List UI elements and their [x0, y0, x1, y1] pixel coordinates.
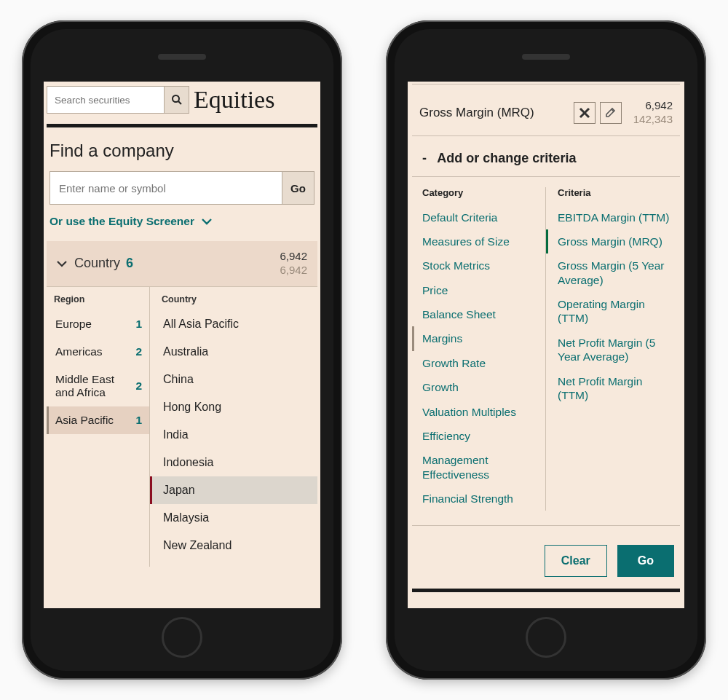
region-country-columns: Region Europe1Americas2Middle East and A… [47, 286, 317, 567]
phone-right: Gross Margin (MRQ) 6,942 142,343 [386, 20, 706, 680]
page-title: Equities [194, 86, 274, 114]
country-item[interactable]: Hong Kong [162, 393, 317, 421]
screen-left: Equities Find a company Go Or use the Eq… [44, 82, 320, 608]
category-item[interactable]: Default Criteria [422, 205, 538, 229]
country-item[interactable]: All Asia Pacific [162, 310, 317, 338]
chevron-down-icon [202, 218, 212, 225]
country-result-counts: 6,942 6,942 [280, 250, 307, 278]
country-item[interactable]: Indonesia [162, 449, 317, 476]
category-item[interactable]: Price [422, 278, 538, 302]
criteria-item[interactable]: Gross Margin (5 Year Average) [558, 253, 673, 292]
close-icon [579, 107, 590, 119]
phone-body: Gross Margin (MRQ) 6,942 142,343 [395, 29, 697, 671]
criteria-column: Criteria EBITDA Margin (TTM)Gross Margin… [546, 187, 673, 511]
category-item[interactable]: Efficiency [422, 424, 538, 448]
chevron-down-icon [57, 260, 67, 267]
region-label: Europe [55, 318, 92, 331]
category-item[interactable]: Financial Strength [422, 487, 538, 511]
category-item[interactable]: Valuation Multiples [422, 400, 538, 424]
topbar: Equities [44, 82, 320, 118]
clear-button[interactable]: Clear [545, 545, 607, 577]
region-count: 2 [135, 380, 142, 393]
go-button[interactable]: Go [617, 545, 674, 577]
category-item[interactable]: Growth Rate [422, 351, 538, 375]
equity-screener-link[interactable]: Or use the Equity Screener [44, 205, 320, 241]
country-label: Country [74, 256, 120, 271]
name-symbol-row: Go [50, 171, 314, 205]
criterion-counts: 6,942 142,343 [633, 99, 673, 127]
criteria-column-header: Criteria [558, 187, 673, 198]
criteria-item[interactable]: EBITDA Margin (TTM) [558, 205, 673, 229]
criterion-row: Gross Margin (MRQ) 6,942 142,343 [412, 84, 680, 136]
svg-line-1 [178, 101, 181, 104]
region-item[interactable]: Europe1 [54, 310, 149, 338]
screen-right: Gross Margin (MRQ) 6,942 142,343 [408, 82, 684, 608]
divider [412, 589, 680, 592]
country-item[interactable]: Malaysia [162, 504, 317, 532]
country-column: Country All Asia PacificAustraliaChinaHo… [150, 287, 317, 567]
category-criteria-columns: Category Default CriteriaMeasures of Siz… [412, 177, 680, 527]
criterion-name: Gross Margin (MRQ) [419, 106, 574, 120]
phone-speaker [158, 54, 206, 60]
search-button[interactable] [164, 87, 189, 113]
category-item[interactable]: Balance Sheet [422, 302, 538, 326]
remove-criterion-button[interactable] [574, 102, 596, 124]
region-label: Americas [55, 345, 103, 358]
country-item[interactable]: Japan [150, 476, 317, 504]
edit-criterion-button[interactable] [600, 102, 622, 124]
go-button-small[interactable]: Go [282, 172, 314, 204]
country-column-header: Country [162, 294, 317, 304]
country-count-badge: 6 [126, 256, 133, 271]
phone-left: Equities Find a company Go Or use the Eq… [22, 20, 342, 680]
region-column: Region Europe1Americas2Middle East and A… [47, 287, 150, 567]
count-primary: 6,942 [633, 99, 673, 113]
country-item[interactable]: New Zealand [162, 532, 317, 559]
region-item[interactable]: Asia Pacific1 [47, 406, 149, 434]
region-count: 1 [135, 318, 142, 331]
region-column-header: Region [54, 294, 149, 304]
pencil-icon [605, 107, 616, 118]
category-item[interactable]: Measures of Size [422, 229, 538, 253]
minus-icon: - [422, 151, 427, 165]
category-item[interactable]: Growth [422, 375, 538, 399]
home-button[interactable] [162, 617, 202, 658]
count-secondary: 142,343 [633, 113, 673, 127]
country-item[interactable]: China [162, 366, 317, 393]
criteria-item[interactable]: Operating Margin (TTM) [558, 292, 673, 331]
home-button[interactable] [526, 617, 566, 658]
screener-link-text: Or use the Equity Screener [50, 215, 194, 228]
region-count: 2 [135, 345, 142, 358]
category-item[interactable]: Stock Metrics [422, 253, 538, 278]
find-company-heading: Find a company [44, 127, 320, 171]
category-column: Category Default CriteriaMeasures of Siz… [422, 187, 546, 511]
count-secondary: 6,942 [280, 264, 307, 278]
phone-body: Equities Find a company Go Or use the Eq… [31, 29, 333, 671]
region-item[interactable]: Americas2 [54, 338, 149, 366]
region-label: Middle East and Africa [55, 373, 135, 399]
svg-point-0 [173, 95, 179, 102]
count-primary: 6,942 [280, 250, 307, 264]
name-symbol-input[interactable] [50, 172, 282, 204]
criteria-item[interactable]: Net Profit Margin (TTM) [558, 369, 673, 408]
region-count: 1 [135, 414, 142, 427]
region-item[interactable]: Middle East and Africa2 [54, 366, 149, 406]
criteria-item[interactable]: Net Profit Margin (5 Year Average) [558, 331, 673, 369]
category-item[interactable]: Management Effectiveness [422, 448, 538, 487]
search-icon [171, 94, 183, 106]
country-item[interactable]: India [162, 421, 317, 449]
category-column-header: Category [422, 187, 538, 198]
country-item[interactable]: Australia [162, 338, 317, 366]
search-box [47, 86, 189, 114]
add-change-label: Add or change criteria [437, 151, 576, 165]
region-label: Asia Pacific [55, 414, 114, 427]
country-section-header[interactable]: Country 6 6,942 6,942 [47, 241, 317, 286]
button-row: Clear Go [408, 526, 684, 587]
category-item[interactable]: Margins [412, 326, 538, 350]
criteria-item[interactable]: Gross Margin (MRQ) [546, 229, 673, 253]
add-change-criteria-toggle[interactable]: - Add or change criteria [412, 136, 680, 177]
search-input[interactable] [47, 87, 164, 113]
phone-speaker [522, 54, 570, 60]
